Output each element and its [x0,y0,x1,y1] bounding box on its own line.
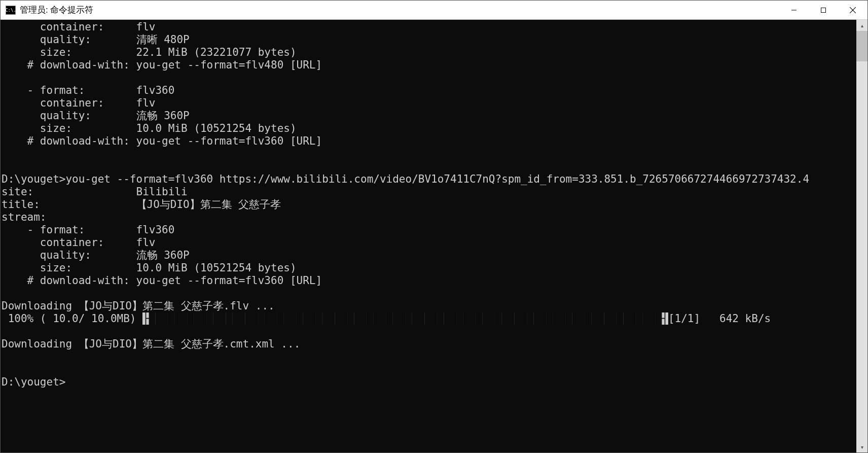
output-line: # download-with: you-get --format=flv360… [2,135,322,147]
output-line: Downloading 【JO与DIO】第二集 父慈子孝.cmt.xml ... [2,338,300,350]
output-line: container: flv [2,21,155,33]
titlebar[interactable]: C:\. 管理员: 命令提示符 [1,1,867,20]
scroll-down-icon[interactable]: ▾ [856,441,867,452]
progress-percent: 100% ( 10.0/ 10.0MB) [2,312,142,325]
output-line: # download-with: you-get --format=flv360… [2,274,322,287]
progress-speed: [1/1] 642 kB/s [668,312,771,325]
svg-rect-1 [821,8,826,12]
output-line: site: Bilibili [2,186,188,198]
terminal-output[interactable]: container: flv quality: 清晰 480P size: 22… [1,20,856,452]
window-controls [779,1,867,19]
output-line: quality: 清晰 480P [2,33,190,46]
output-line: stream: [2,211,47,223]
vertical-scrollbar[interactable]: ▴ ▾ [856,20,867,452]
cmd-icon: C:\. [6,6,16,15]
command-line: D:\youget>you-get --format=flv360 https:… [2,173,809,185]
output-line: quality: 流畅 360P [2,110,190,122]
maximize-button[interactable] [809,1,838,19]
output-line: - format: flv360 [2,84,174,96]
minimize-button[interactable] [779,1,809,19]
scroll-up-icon[interactable]: ▴ [856,20,867,31]
output-line: title: 【JO与DIO】第二集 父慈子孝 [2,198,281,211]
output-line: size: 10.0 MiB (10521254 bytes) [2,122,297,134]
output-line: container: flv [2,236,155,249]
output-line: quality: 流畅 360P [2,249,190,261]
close-button[interactable] [838,1,867,19]
scroll-thumb[interactable] [856,31,867,61]
output-line: size: 10.0 MiB (10521254 bytes) [2,262,297,274]
window-title: 管理员: 命令提示符 [20,4,779,16]
output-line: Downloading 【JO与DIO】第二集 父慈子孝.flv ... [2,300,275,312]
output-line: container: flv [2,97,155,109]
progress-bar: ├███████████████████████████████████████… [142,312,668,325]
output-line: - format: flv360 [2,224,174,236]
prompt-line: D:\youget> [2,376,65,388]
output-line: size: 22.1 MiB (23221077 bytes) [2,46,297,58]
output-line: # download-with: you-get --format=flv480… [2,59,322,71]
terminal-container: container: flv quality: 清晰 480P size: 22… [1,20,867,452]
